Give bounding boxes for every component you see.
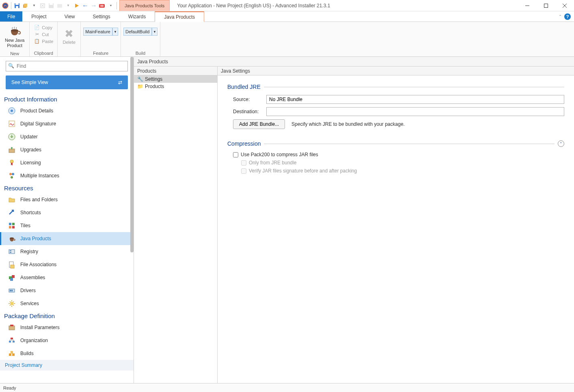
- svg-rect-8: [50, 3, 53, 5]
- nav-product-details[interactable]: Product Details: [0, 104, 134, 117]
- collapse-compression-button[interactable]: ⌃: [558, 140, 564, 147]
- build-combo[interactable]: DefaultBuild: [123, 28, 152, 36]
- licensing-icon: [7, 158, 16, 167]
- build-dropdown-icon[interactable]: ▼: [30, 2, 38, 9]
- scrollbar-thumb[interactable]: [130, 57, 134, 252]
- feature-combo[interactable]: MainFeature: [83, 28, 112, 36]
- nav-install-parameters[interactable]: Install Parameters: [0, 321, 134, 334]
- search-icon: 🔍: [8, 63, 14, 69]
- app-icon[interactable]: [2, 2, 9, 9]
- left-navigation: 🔍 See Simple View ⇄ Product Information …: [0, 57, 134, 383]
- nav-builds[interactable]: Builds: [0, 347, 134, 360]
- services-icon: [7, 299, 16, 308]
- nav-digital-signature[interactable]: Digital Signature: [0, 117, 134, 130]
- maximize-button[interactable]: [537, 0, 555, 11]
- svg-rect-29: [12, 226, 15, 228]
- only-jre-checkbox: [241, 160, 246, 166]
- verify-signature-label: Verify JAR files signature before and af…: [249, 168, 357, 174]
- undo-icon[interactable]: [39, 2, 46, 9]
- swap-icon: ⇄: [118, 80, 122, 85]
- java-icon: [7, 234, 16, 243]
- copy-button[interactable]: 📄Copy: [32, 24, 55, 30]
- use-pack200-checkbox[interactable]: [233, 152, 238, 157]
- quick-access-toolbar: ▼ ▼ ← → 99 ▾: [0, 0, 119, 11]
- tab-view[interactable]: View: [56, 11, 84, 22]
- destination-input[interactable]: [266, 107, 564, 116]
- build-icon[interactable]: [22, 2, 29, 9]
- tree-settings[interactable]: 🔧Settings: [134, 75, 217, 83]
- svg-rect-26: [9, 223, 11, 225]
- save-disabled-icon: [47, 2, 55, 9]
- nav-licensing[interactable]: Licensing: [0, 156, 134, 169]
- ribbon-group-label-clipboard: Clipboard: [32, 50, 55, 56]
- open-icon[interactable]: [56, 2, 63, 9]
- window-title: Your Application - New Project (English …: [170, 0, 518, 11]
- nav-drivers[interactable]: Drivers: [0, 284, 134, 297]
- window-controls: [518, 0, 574, 11]
- help-icon[interactable]: ?: [564, 13, 571, 20]
- tab-file[interactable]: File: [0, 11, 22, 22]
- nav-upgrades[interactable]: Upgrades: [0, 143, 134, 156]
- file-assoc-icon: [7, 260, 16, 269]
- svg-point-0: [2, 3, 8, 9]
- close-button[interactable]: [555, 0, 574, 11]
- feature-combo-dropdown[interactable]: ▼: [112, 28, 118, 36]
- back-icon[interactable]: ←: [82, 2, 89, 9]
- ribbon: New Java Product New 📄Copy ✂Cut 📋Paste C…: [0, 22, 574, 57]
- project-summary-link[interactable]: Project Summary: [0, 360, 134, 370]
- paste-icon: 📋: [34, 39, 40, 44]
- only-jre-label: Only from JRE bundle: [249, 160, 296, 166]
- simple-view-button[interactable]: See Simple View ⇄: [6, 75, 128, 89]
- organization-icon: [7, 336, 16, 345]
- wrench-icon: 🔧: [137, 76, 143, 82]
- nav-tiles[interactable]: Tiles: [0, 219, 134, 232]
- minimize-button[interactable]: [518, 0, 537, 11]
- save-icon[interactable]: [13, 2, 21, 9]
- cut-button[interactable]: ✂Cut: [32, 31, 55, 37]
- svg-rect-40: [10, 290, 11, 291]
- coffee-icon: [9, 26, 21, 37]
- add-jre-bundle-button[interactable]: Add JRE Bundle...: [233, 119, 285, 129]
- open-dropdown-icon[interactable]: ▼: [65, 2, 72, 9]
- nav-shortcuts[interactable]: Shortcuts: [0, 206, 134, 219]
- qat-customize-icon[interactable]: ▾: [107, 2, 114, 9]
- nav-organization[interactable]: Organization: [0, 334, 134, 347]
- updates-badge-icon[interactable]: 99: [99, 2, 106, 9]
- delete-button[interactable]: ✖ Delete: [60, 24, 78, 50]
- source-input[interactable]: [266, 95, 564, 104]
- tiles-icon: [7, 221, 16, 230]
- tab-wizards[interactable]: Wizards: [119, 11, 155, 22]
- tab-settings[interactable]: Settings: [84, 11, 119, 22]
- svg-rect-46: [9, 341, 11, 342]
- tab-project[interactable]: Project: [22, 11, 55, 22]
- tree-products[interactable]: 📁Products: [134, 83, 217, 90]
- tab-java-products[interactable]: Java Products: [155, 11, 204, 22]
- breadcrumb: Java Products: [134, 57, 574, 67]
- svg-rect-44: [10, 325, 13, 326]
- run-icon[interactable]: [73, 2, 80, 9]
- nav-java-products[interactable]: Java Products: [0, 232, 134, 245]
- nav-assemblies[interactable]: Assemblies: [0, 271, 134, 284]
- svg-text:99: 99: [100, 4, 104, 7]
- nav-files-folders[interactable]: Files and Folders: [0, 193, 134, 206]
- drivers-icon: [7, 286, 16, 295]
- signature-icon: [7, 119, 16, 128]
- section-product-information: Product Information: [0, 93, 134, 104]
- nav-multiple-instances[interactable]: Multiple Instances: [0, 169, 134, 182]
- nav-services[interactable]: Services: [0, 297, 134, 310]
- svg-rect-35: [11, 265, 14, 268]
- ribbon-group-delete: ✖ Delete: [58, 22, 81, 56]
- install-params-icon: [7, 323, 16, 332]
- nav-file-associations[interactable]: File Associations: [0, 258, 134, 271]
- svg-rect-43: [9, 326, 15, 330]
- new-java-product-button[interactable]: New Java Product: [2, 24, 27, 50]
- search-input[interactable]: [6, 61, 128, 71]
- collapse-ribbon-icon[interactable]: ⌃: [559, 14, 562, 19]
- paste-button[interactable]: 📋Paste: [32, 38, 55, 44]
- nav-registry[interactable]: Registry: [0, 245, 134, 258]
- svg-rect-45: [11, 338, 13, 339]
- contextual-tools-tab: Java Products Tools: [119, 0, 170, 11]
- nav-updater[interactable]: Updater: [0, 130, 134, 143]
- forward-icon[interactable]: →: [90, 2, 97, 9]
- build-combo-dropdown[interactable]: ▼: [152, 28, 158, 36]
